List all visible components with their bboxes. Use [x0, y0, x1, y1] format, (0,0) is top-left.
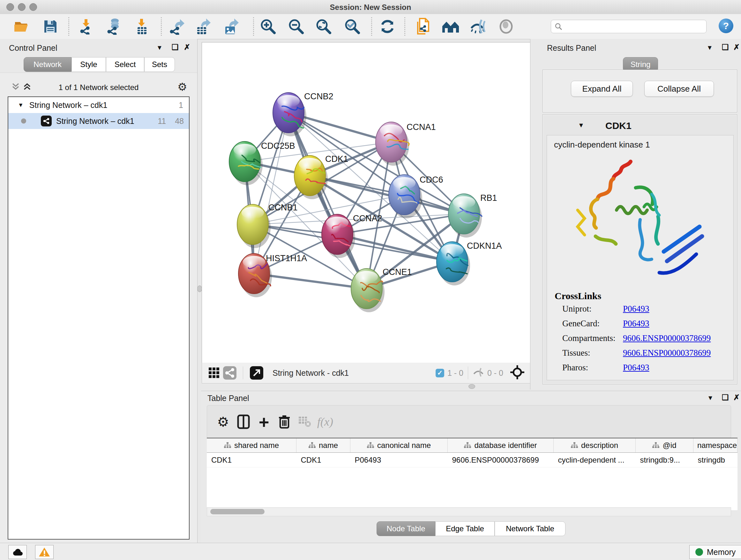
- crosslink-link[interactable]: P06493: [623, 319, 650, 333]
- tab-sets[interactable]: Sets: [144, 57, 175, 72]
- table-cell[interactable]: stringdb:9...: [636, 453, 693, 468]
- tab-network-table[interactable]: Network Table: [495, 521, 565, 536]
- export-table-icon[interactable]: [195, 18, 212, 35]
- import-network-from-file-icon[interactable]: [78, 18, 96, 35]
- table-horizontal-scrollbar[interactable]: [207, 507, 731, 516]
- tab-style[interactable]: Style: [71, 57, 106, 72]
- network-row[interactable]: String Network – cdk1 11 48: [8, 113, 189, 129]
- table-panel-close-icon[interactable]: ✗: [733, 393, 740, 402]
- column-header-canonical-name[interactable]: canonical name: [350, 438, 448, 453]
- first-neighbors-icon[interactable]: [442, 18, 460, 35]
- results-panel-close-icon[interactable]: ✗: [733, 43, 740, 52]
- column-attribute-icon: [464, 442, 471, 449]
- column-header-name[interactable]: name: [296, 438, 350, 453]
- tab-edge-table[interactable]: Edge Table: [435, 521, 495, 536]
- new-network-from-selection-icon[interactable]: [414, 18, 432, 35]
- results-panel-menu-icon[interactable]: ▼: [706, 44, 713, 51]
- network-node-CCNE1[interactable]: CCNE1: [351, 267, 412, 312]
- show-columns-icon[interactable]: [233, 415, 254, 429]
- zoom-selected-icon[interactable]: [343, 18, 361, 35]
- control-panel-menu-icon[interactable]: ▼: [156, 44, 163, 51]
- delete-table-icon[interactable]: [294, 416, 315, 427]
- column-header-shared-name[interactable]: shared name: [207, 438, 296, 453]
- toolbar-separator: [371, 17, 372, 36]
- network-node-CDC25B[interactable]: CDC25B: [229, 141, 295, 185]
- help-icon[interactable]: ?: [719, 18, 733, 33]
- crosslink-link[interactable]: P06493: [623, 363, 650, 377]
- results-panel: Results Panel ▼ ❑ ✗ String Expand All Co…: [530, 39, 741, 389]
- memory-button[interactable]: Memory: [689, 545, 741, 559]
- column-header-label: canonical name: [377, 441, 431, 450]
- show-all-icon[interactable]: [497, 18, 515, 35]
- table-options-gear-icon[interactable]: ⚙: [213, 414, 233, 430]
- birdseye-grid-icon[interactable]: [207, 367, 221, 379]
- horizontal-splitter-handle[interactable]: [468, 384, 475, 389]
- warnings-button[interactable]: [35, 545, 54, 559]
- pan-crosshair-icon[interactable]: [510, 365, 524, 381]
- cloud-button[interactable]: [8, 545, 27, 559]
- network-options-gear-icon[interactable]: ⚙: [178, 80, 187, 93]
- zoom-out-icon[interactable]: [287, 18, 305, 35]
- cloud-icon: [12, 548, 23, 556]
- crosslink-link[interactable]: 9606.ENSP00000378699: [623, 333, 711, 348]
- refresh-icon[interactable]: [379, 18, 396, 35]
- import-table-from-file-icon[interactable]: [133, 18, 151, 35]
- table-cell[interactable]: cyclin-dependent ...: [554, 453, 636, 468]
- table-row[interactable]: CDK1CDK1P064939606.ENSP00000378699cyclin…: [207, 453, 738, 468]
- column-header--id[interactable]: @id: [636, 438, 693, 453]
- zoom-in-icon[interactable]: [259, 18, 277, 35]
- hidden-eye-icon[interactable]: [473, 368, 484, 378]
- network-node-CDKN1A[interactable]: CDKN1A: [436, 241, 502, 286]
- control-panel-float-icon[interactable]: ❑: [172, 43, 179, 52]
- crosslink-link[interactable]: P06493: [623, 304, 650, 319]
- table-cell[interactable]: stringdb: [693, 453, 738, 468]
- column-header-label: name: [319, 441, 338, 450]
- zoom-fit-icon[interactable]: [315, 18, 333, 35]
- table-cell[interactable]: CDK1: [207, 453, 296, 468]
- column-attribute-icon: [224, 442, 231, 449]
- left-splitter-handle[interactable]: [197, 286, 202, 292]
- network-node-CDK1[interactable]: CDK1: [294, 154, 348, 199]
- table-scrollbar-thumb[interactable]: [210, 509, 265, 514]
- export-network-icon[interactable]: [169, 18, 186, 35]
- function-builder-icon[interactable]: f(x): [315, 415, 335, 428]
- collection-expand-icon[interactable]: ▼: [18, 102, 23, 109]
- tab-select[interactable]: Select: [106, 57, 144, 72]
- table-cell[interactable]: 9606.ENSP00000378699: [448, 453, 554, 468]
- network-node-CCNB2[interactable]: CCNB2: [273, 91, 333, 136]
- table-panel-float-icon[interactable]: ❑: [722, 393, 729, 402]
- import-network-from-database-icon[interactable]: [105, 18, 123, 35]
- network-collection-row[interactable]: ▼ String Network – cdk1 1: [8, 97, 189, 113]
- global-search-input[interactable]: [562, 22, 703, 31]
- create-column-plus-icon[interactable]: +: [254, 412, 274, 432]
- table-panel-menu-icon[interactable]: ▼: [707, 394, 714, 401]
- column-header-description[interactable]: description: [554, 438, 636, 453]
- crosslink-link[interactable]: 9606.ENSP00000378699: [623, 348, 711, 363]
- save-session-icon[interactable]: [42, 18, 59, 35]
- network-canvas[interactable]: CCNB2CCNA1CDC25BCDK1CDC6RB1CCNB1CCNA2CDK…: [202, 42, 530, 363]
- network-share-icon[interactable]: [221, 366, 239, 380]
- node-label-CCNA2: CCNA2: [353, 213, 382, 223]
- network-graph[interactable]: CCNB2CCNA1CDC25BCDK1CDC6RB1CCNB1CCNA2CDK…: [202, 43, 530, 363]
- table-cell[interactable]: P06493: [350, 453, 448, 468]
- open-in-window-icon[interactable]: [248, 366, 266, 380]
- tab-network[interactable]: Network: [23, 57, 71, 72]
- hide-selected-icon[interactable]: [469, 18, 487, 35]
- gene-expand-icon[interactable]: ▼: [578, 122, 584, 129]
- export-image-icon[interactable]: [223, 18, 241, 35]
- network-node-CCNA1[interactable]: CCNA1: [376, 122, 436, 166]
- network-type-icon: [41, 116, 52, 126]
- table-cell[interactable]: CDK1: [296, 453, 350, 468]
- open-session-icon[interactable]: [13, 18, 30, 35]
- network-node-RB1[interactable]: RB1: [448, 193, 497, 238]
- collapse-all-button[interactable]: Collapse All: [644, 81, 714, 97]
- tab-node-table[interactable]: Node Table: [377, 521, 435, 536]
- selected-nodes-checkbox-icon[interactable]: ✓: [435, 369, 444, 377]
- control-panel-close-icon[interactable]: ✗: [184, 43, 190, 52]
- network-edge-CCNB2-HIST1H1A[interactable]: [254, 113, 288, 273]
- delete-column-trash-icon[interactable]: [274, 415, 294, 429]
- expand-all-button[interactable]: Expand All: [571, 81, 633, 97]
- column-header-namespace[interactable]: namespace: [693, 438, 738, 453]
- column-header-database-identifier[interactable]: database identifier: [448, 438, 554, 453]
- results-panel-float-icon[interactable]: ❑: [722, 43, 729, 52]
